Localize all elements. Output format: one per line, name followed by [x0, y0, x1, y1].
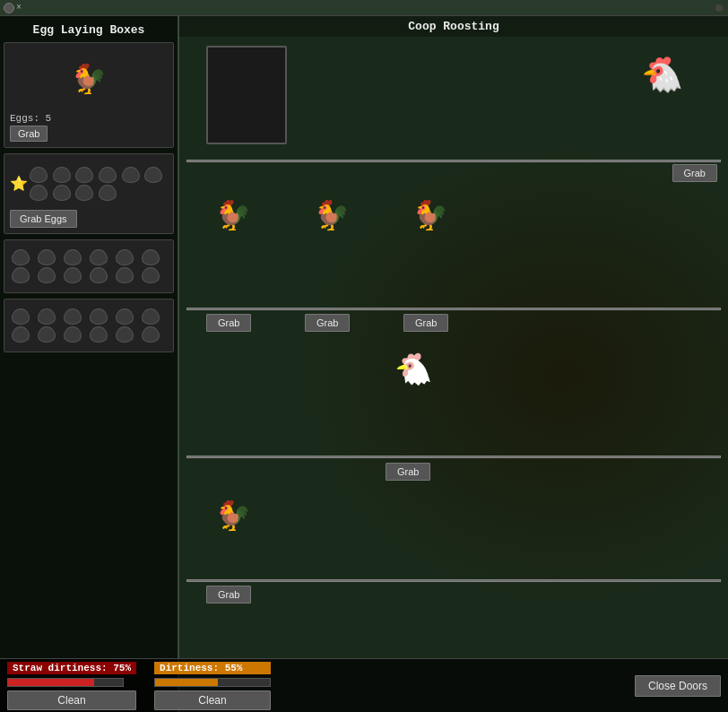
title-bar: × [0, 0, 728, 16]
egg-cell [142, 326, 160, 343]
white-chicken-roost3: 🐔 [394, 351, 432, 388]
roost-area-1: 🐔 Grab [179, 37, 728, 180]
dots-icon [715, 4, 723, 12]
brown-chicken-4: 🐓 [215, 499, 251, 534]
brown-chicken-2b: 🐓 [314, 198, 350, 234]
egg-cell [53, 185, 71, 201]
egg-cell [99, 185, 117, 201]
egg-cell [99, 167, 117, 183]
coop-dirtiness-label: Dirtiness: 55% [154, 662, 271, 674]
egg-cell [75, 167, 93, 183]
roost-area-4: 🐓 Grab [179, 485, 728, 611]
egg-cell [38, 308, 56, 325]
star-egg-icon: ⭐ [10, 175, 28, 193]
egg-cell [142, 308, 160, 325]
egg-cell [38, 326, 56, 343]
egg-cell [142, 267, 160, 283]
clean-straw-button[interactable]: Clean [7, 690, 136, 710]
egg-cell [116, 326, 134, 343]
chicken-icon-1: 🐓 [71, 62, 107, 98]
egg-cell [12, 249, 30, 265]
egg-cell [116, 249, 134, 265]
chicken-container-1: 🐓 [10, 48, 168, 111]
egg-cell [64, 308, 82, 325]
egg-cell [30, 185, 48, 201]
clean-coop-button[interactable]: Clean [154, 690, 271, 710]
straw-dirtiness-section: Straw dirtiness: 75% Clean [7, 662, 136, 710]
egg-box-3 [4, 239, 174, 293]
roost-area-3: 🐔 Grab [179, 337, 728, 485]
egg-cell [64, 267, 82, 283]
egg-cell [30, 167, 48, 183]
egg-cell [38, 249, 56, 265]
egg-cell [64, 326, 82, 343]
roost-divider-2 [186, 308, 721, 310]
grab-button-roost2c[interactable]: Grab [403, 314, 448, 332]
nest-box [206, 46, 287, 144]
egg-cell [122, 167, 140, 183]
egg-box-2: ⭐ Grab Eggs [4, 153, 174, 234]
egg-grid-3 [10, 246, 168, 287]
coop-progress-bar [155, 679, 218, 686]
egg-cell [12, 267, 30, 283]
roost-divider-1 [186, 160, 721, 162]
straw-dirtiness-label: Straw dirtiness: 75% [7, 662, 136, 674]
coop-dirtiness-section: Dirtiness: 55% Clean [154, 662, 271, 710]
close-icon: × [16, 3, 22, 13]
egg-cell [53, 167, 71, 183]
egg-cell [144, 167, 162, 183]
roost-divider-4 [186, 579, 721, 582]
left-panel: Egg Laying Boxes 🐓 Eggs: 5 Grab ⭐ [0, 16, 179, 712]
egg-cell [38, 267, 56, 283]
close-button[interactable] [4, 3, 14, 13]
grab-eggs-button[interactable]: Grab Eggs [10, 210, 77, 228]
egg-cell [90, 326, 108, 343]
close-doors-button[interactable]: Close Doors [635, 675, 721, 697]
white-chicken-roost1: 🐔 [641, 55, 683, 96]
egg-cell [64, 249, 82, 265]
eggs-count-label: Eggs: 5 [10, 111, 168, 126]
egg-cell [142, 249, 160, 265]
straw-progress-bar [8, 679, 94, 686]
main-content: Egg Laying Boxes 🐓 Eggs: 5 Grab ⭐ [0, 16, 728, 712]
egg-box-1: 🐓 Eggs: 5 Grab [4, 42, 174, 148]
egg-box-4 [4, 299, 174, 352]
brown-chicken-2c: 🐓 [412, 198, 448, 234]
egg-cell [12, 308, 30, 325]
grab-button-roost3[interactable]: Grab [386, 463, 430, 481]
grab-button-roost2b[interactable]: Grab [305, 314, 350, 332]
roost-divider-3 [186, 456, 721, 458]
grab-button-roost1[interactable]: Grab [672, 164, 717, 182]
straw-progress-bar-container [7, 678, 124, 687]
roost-area-2: 🐓 🐓 🐓 Grab Grab Grab [179, 180, 728, 337]
egg-cell [116, 308, 134, 325]
right-panel: Coop Roosting 🐔 Grab 🐓 [179, 16, 728, 712]
right-panel-title: Coop Roosting [179, 16, 728, 37]
coop-progress-bar-container [154, 678, 271, 687]
egg-cell [116, 267, 134, 283]
egg-cell [75, 185, 93, 201]
egg-cell [90, 308, 108, 325]
coop-body: 🐔 Grab 🐓 🐓 🐓 [179, 37, 728, 712]
status-bar: Straw dirtiness: 75% Clean Dirtiness: 55… [0, 658, 728, 712]
egg-grid-4 [10, 305, 168, 346]
grab-button-roost2a[interactable]: Grab [206, 314, 251, 332]
egg-cell [90, 267, 108, 283]
egg-cell [90, 249, 108, 265]
egg-grid-2 [28, 163, 168, 204]
egg-cell [12, 326, 30, 343]
left-panel-title: Egg Laying Boxes [4, 20, 174, 42]
brown-chicken-2a: 🐓 [215, 198, 251, 234]
grab-button-1[interactable]: Grab [10, 126, 48, 142]
grab-button-roost4[interactable]: Grab [206, 586, 251, 603]
